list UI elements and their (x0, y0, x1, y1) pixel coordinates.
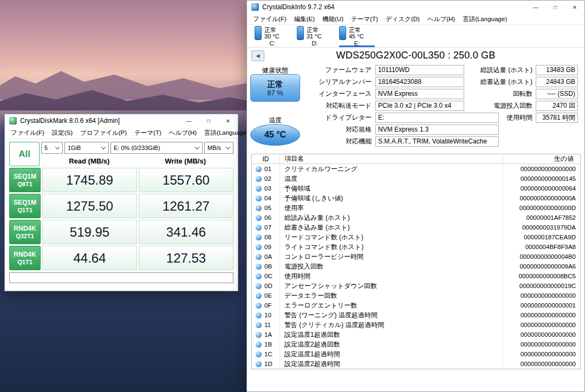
close-icon[interactable]: ✕ (218, 114, 238, 127)
attribute-status-orb-icon (256, 176, 262, 182)
comment-field[interactable] (9, 272, 233, 283)
cdi-menu-item[interactable]: 言語(Language) (459, 15, 511, 23)
attribute-id: 0B (264, 263, 272, 270)
cdm-menu-item[interactable]: プロファイル(P) (76, 129, 131, 137)
cdi-menu-item[interactable]: テーマ(T) (347, 15, 382, 23)
run-all-button[interactable]: All (9, 142, 40, 166)
attribute-name: データエラー回数 (280, 291, 503, 300)
maximize-icon[interactable]: □ (199, 114, 218, 127)
smart-row[interactable]: 0A コントローラービジー時間 00000000000004B0 (252, 252, 580, 262)
info-label: インターフェース (247, 89, 375, 99)
test-name: SEQ1M (14, 173, 36, 180)
attribute-status-orb-icon (256, 166, 262, 172)
target-drive-dropdown[interactable]: E: 0% (0/233GiB) (110, 142, 203, 154)
attribute-id: 10 (264, 312, 271, 318)
attribute-name: 設定温度2超過時間 (280, 359, 503, 369)
cdi-menu-item[interactable]: ヘルプ(H) (424, 15, 459, 23)
attribute-raw-value: 000000000000000A (503, 193, 580, 203)
attribute-id: 02 (264, 175, 271, 182)
smart-row[interactable]: 09 ライトコマンド数 (ホスト) 0000004BF8F9A8 (252, 242, 580, 252)
attribute-raw-value: 0000000000000000 (503, 164, 580, 174)
attribute-status-orb-icon (256, 293, 262, 299)
test-count-dropdown[interactable]: 5 (41, 142, 63, 154)
attribute-raw-value: 0000000000000145 (503, 174, 580, 184)
maximize-icon[interactable]: □ (545, 1, 565, 14)
smart-row[interactable]: 01 クリティカルワーニング 0000000000000000 (252, 164, 580, 174)
smart-row[interactable]: 05 使用率 000000000000000D (252, 203, 580, 213)
smart-row[interactable]: 11 警告 (クリティカル) 温度超過時間 0000000000000000 (252, 320, 580, 330)
attribute-status-orb-icon (256, 361, 262, 367)
run-test-button[interactable]: RND4K Q32T1 (9, 220, 41, 244)
attribute-raw-value: 0000000000000000 (503, 349, 580, 359)
smart-row[interactable]: 1A 設定温度1超過回数 0000000000000000 (252, 330, 580, 339)
test-size-dropdown[interactable]: 1GiB (64, 142, 109, 154)
benchmark-row: SEQ1M Q1T1 1275.50 1261.27 (9, 194, 233, 218)
smart-row[interactable]: 1C 設定温度1超過時間 0000000000000000 (252, 349, 580, 359)
read-result-value: 1745.89 (42, 168, 137, 192)
test-name: SEQ1M (14, 199, 36, 206)
attribute-raw-value: 000000000000000D (503, 203, 580, 213)
smart-row[interactable]: 10 警告 (ワーニング) 温度超過時間 0000000000000000 (252, 310, 580, 320)
attribute-raw-value: 0000000000000000 (503, 339, 580, 349)
cdi-menubar: ファイル(F) 編集(E) 機能(U) テーマ(T) ディスク(D) ヘルプ(H… (247, 14, 584, 25)
drive-selector-bar: 正常 30 °C C: 正常 31 °C D: (247, 25, 584, 48)
attribute-name: 使用率 (280, 203, 503, 213)
smart-row[interactable]: 03 予備領域 0000000000000064 (252, 184, 580, 193)
smart-row[interactable]: 1B 設定温度2超過回数 0000000000000000 (252, 339, 580, 349)
cdi-menu-item[interactable]: 編集(E) (290, 15, 318, 23)
cdi-menu-item[interactable]: ディスク(D) (382, 15, 424, 23)
write-result-value: 1557.60 (139, 168, 233, 192)
smart-header-raw: 生の値 (503, 154, 580, 164)
info-value: PCIe 3.0 x2 | PCIe 3.0 x4 (375, 101, 464, 111)
unit-dropdown[interactable]: MB/s (204, 142, 233, 154)
info-value: 35781 時間 (536, 113, 578, 123)
minimize-icon[interactable]: — (526, 1, 545, 14)
attribute-status-orb-icon (256, 332, 262, 338)
drive-temperature: 30 °C (264, 33, 280, 40)
smart-row[interactable]: 0E データエラー回数 0000000000000000 (252, 291, 580, 300)
back-button[interactable]: ◀ (251, 50, 264, 61)
smart-row[interactable]: 06 総読み込み量 (ホスト) 00000001AF7852 (252, 213, 580, 223)
smart-row[interactable]: 0D アンセーフシャットダウン回数 000000000000019C (252, 281, 580, 291)
cdi-menu-item[interactable]: ファイル(F) (249, 15, 290, 23)
smart-row[interactable]: 02 温度 0000000000000145 (252, 174, 580, 184)
smart-row[interactable]: 0B 電源投入回数 00000000000009A6 (252, 262, 580, 271)
read-result-value: 519.95 (42, 220, 137, 244)
smart-row[interactable]: 0F エラーログエントリー数 0000000000000001 (252, 300, 580, 310)
attribute-status-orb-icon (256, 225, 262, 231)
drive-tab[interactable]: 正常 30 °C C: (255, 26, 290, 47)
cdm-menubar: ファイル(F) 設定(S) プロファイル(P) テーマ(T) ヘルプ(H) 言語… (5, 127, 238, 139)
smart-row[interactable]: 07 総書き込み量 (ホスト) 0000000031979DA (252, 223, 580, 232)
info-value: ---- (SSD) (536, 89, 578, 99)
chevron-down-icon (195, 145, 199, 149)
smart-row[interactable]: 08 リードコマンド数 (ホスト) 000000187CEA9D (252, 232, 580, 242)
smart-row[interactable]: 0C 使用時間 0000000000008BC5 (252, 271, 580, 281)
close-icon[interactable]: ✕ (565, 1, 584, 14)
cdm-menu-item[interactable]: ファイル(F) (7, 129, 48, 137)
cdm-menu-item[interactable]: 言語(Language) (200, 129, 252, 137)
cdm-menu-item[interactable]: 設定(S) (48, 129, 76, 137)
test-queue-depth: Q1T1 (17, 259, 32, 265)
attribute-raw-value: 00000000000004B0 (503, 252, 580, 262)
run-test-button[interactable]: RND4K Q1T1 (9, 246, 41, 270)
read-column-header: Read (MB/s) (41, 157, 138, 165)
attribute-name: コントローラービジー時間 (280, 252, 503, 262)
cdm-menu-item[interactable]: ヘルプ(H) (165, 129, 200, 137)
smart-row[interactable]: 1D 設定温度2超過時間 0000000000000000 (252, 359, 580, 369)
run-test-button[interactable]: SEQ1M Q8T1 (9, 168, 41, 192)
attribute-id: 08 (264, 234, 271, 240)
info-label: 総読込量 (ホスト) (466, 66, 536, 75)
minimize-icon[interactable]: — (179, 114, 199, 127)
drive-tab[interactable]: 正常 45 °C E: (339, 26, 375, 47)
attribute-name: 警告 (ワーニング) 温度超過時間 (280, 310, 503, 320)
cdm-menu-item[interactable]: テーマ(T) (131, 129, 165, 137)
attribute-name: クリティカルワーニング (280, 164, 503, 174)
run-test-button[interactable]: SEQ1M Q1T1 (9, 194, 41, 218)
attribute-name: 総読み込み量 (ホスト) (280, 213, 503, 223)
smart-row[interactable]: 04 予備領域 (しきい値) 000000000000000A (252, 193, 580, 203)
cdi-menu-item[interactable]: 機能(U) (318, 15, 347, 23)
info-row: 電源投入回数 2470 回 (466, 100, 581, 112)
attribute-status-orb-icon (256, 186, 262, 192)
drive-temperature: 31 °C (307, 33, 322, 40)
drive-tab[interactable]: 正常 31 °C D: (297, 26, 333, 47)
